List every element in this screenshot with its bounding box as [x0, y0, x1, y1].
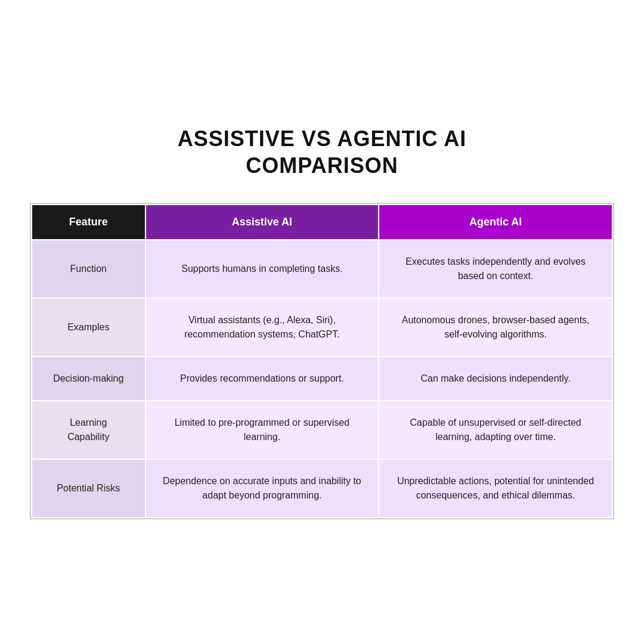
- assistive-cell: Virtual assistants (e.g., Alexa, Siri), …: [145, 298, 379, 357]
- assistive-cell: Dependence on accurate inputs and inabil…: [145, 459, 379, 518]
- assistive-cell: Supports humans in completing tasks.: [145, 240, 379, 298]
- table-row: ExamplesVirtual assistants (e.g., Alexa,…: [32, 298, 612, 357]
- agentic-cell: Can make decisions independently.: [379, 357, 612, 401]
- comparison-table-wrapper: Feature Assistive AI Agentic AI Function…: [30, 203, 614, 519]
- assistive-cell: Limited to pre-programmed or supervised …: [145, 401, 379, 459]
- agentic-header: Agentic AI: [379, 205, 612, 240]
- table-row: Decision-makingProvides recommendations …: [32, 357, 612, 401]
- feature-cell: Decision-making: [32, 357, 145, 401]
- page-container: ASSISTIVE VS AGENTIC AI COMPARISON Featu…: [30, 125, 614, 519]
- agentic-cell: Executes tasks independently and evolves…: [379, 240, 612, 298]
- feature-cell: Examples: [32, 298, 145, 357]
- table-row: Learning CapabilityLimited to pre-progra…: [32, 401, 612, 459]
- agentic-cell: Autonomous drones, browser-based agents,…: [379, 298, 612, 357]
- assistive-header: Assistive AI: [145, 205, 379, 240]
- table-row: FunctionSupports humans in completing ta…: [32, 240, 612, 298]
- page-title: ASSISTIVE VS AGENTIC AI COMPARISON: [178, 125, 466, 179]
- agentic-cell: Capable of unsupervised or self-directed…: [379, 401, 612, 459]
- feature-cell: Learning Capability: [32, 401, 145, 459]
- table-row: Potential RisksDependence on accurate in…: [32, 459, 612, 518]
- table-header-row: Feature Assistive AI Agentic AI: [32, 205, 612, 240]
- feature-header: Feature: [32, 205, 145, 240]
- comparison-table: Feature Assistive AI Agentic AI Function…: [31, 204, 613, 518]
- feature-cell: Potential Risks: [32, 459, 145, 518]
- feature-cell: Function: [32, 240, 145, 298]
- agentic-cell: Unpredictable actions, potential for uni…: [379, 459, 612, 518]
- assistive-cell: Provides recommendations or support.: [145, 357, 379, 401]
